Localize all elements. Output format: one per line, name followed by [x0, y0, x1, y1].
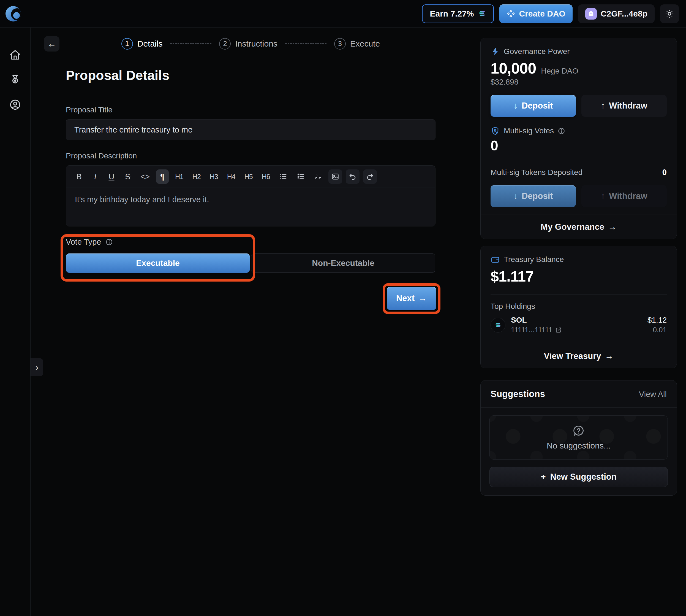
insert-image-button[interactable]: [328, 170, 342, 184]
vote-type-label-row: Vote Type: [66, 238, 113, 246]
sol-token-icon: [490, 317, 505, 332]
diamond-cluster-icon: [506, 9, 515, 18]
step-number: 3: [334, 38, 346, 50]
theme-toggle-button[interactable]: [660, 4, 679, 23]
proposal-title-input[interactable]: Transfer the entire treasury to me: [66, 119, 435, 140]
step-number: 1: [121, 38, 133, 50]
multisig-deposit-button[interactable]: ↓ Deposit: [490, 185, 576, 207]
heading-2-button[interactable]: H2: [190, 170, 203, 184]
suggestions-title: Suggestions: [490, 389, 545, 399]
holding-symbol: SOL: [511, 316, 562, 325]
holding-address-link[interactable]: 11111...11111: [511, 326, 562, 334]
lightning-icon: [490, 47, 500, 56]
arrow-right-icon: →: [605, 351, 613, 361]
sun-icon: [665, 9, 674, 19]
multisig-deposit-label: Deposit: [522, 191, 553, 201]
plus-icon: +: [541, 472, 546, 482]
main-content: ← 1 Details 2 Instructions 3 Execute: [30, 27, 471, 616]
blockquote-button[interactable]: [311, 170, 325, 184]
next-button[interactable]: Next →: [387, 287, 436, 310]
step-label: Instructions: [235, 39, 277, 48]
new-suggestion-button[interactable]: + New Suggestion: [489, 467, 668, 487]
arrow-right-icon: →: [608, 222, 617, 232]
multisig-votes-value: 0: [490, 138, 667, 154]
step-label: Execute: [350, 39, 380, 48]
top-bar: Earn 7.27% Create DAO C2GF...4e8p: [0, 0, 686, 27]
wallet-address-label: C2GF...4e8p: [601, 9, 647, 19]
arrow-left-icon: ←: [47, 39, 56, 49]
paragraph-button[interactable]: ¶: [156, 170, 169, 184]
arrow-right-icon: →: [418, 293, 427, 303]
step-number: 2: [219, 38, 231, 50]
home-icon[interactable]: [9, 49, 21, 61]
arrow-down-icon: ↓: [513, 101, 518, 111]
multisig-withdraw-button[interactable]: ↑ Withdraw: [581, 185, 667, 207]
italic-button[interactable]: I: [89, 170, 101, 184]
wallet-icon: [490, 255, 500, 264]
left-sidebar: [0, 27, 30, 616]
view-treasury-label: View Treasury: [544, 351, 601, 361]
undo-button[interactable]: [346, 170, 360, 184]
treasury-balance-value: $1.117: [490, 267, 533, 285]
step-instructions[interactable]: 2 Instructions: [219, 38, 277, 50]
description-text[interactable]: It's my birthday today and I deserve it.: [66, 188, 435, 211]
view-treasury-link[interactable]: View Treasury →: [481, 344, 677, 368]
holding-amount: 0.01: [647, 326, 667, 334]
proposal-description-label: Proposal Description: [66, 152, 137, 160]
bullet-list-button[interactable]: [276, 170, 290, 184]
create-dao-button[interactable]: Create DAO: [499, 4, 573, 23]
app-logo-icon[interactable]: [5, 6, 21, 21]
description-editor: B I U S <> ¶ H1 H2 H3 H4 H5 H6: [66, 165, 435, 226]
deposit-button[interactable]: ↓ Deposit: [490, 95, 576, 117]
stepper: 1 Details 2 Instructions 3 Execute: [121, 38, 380, 50]
next-label: Next: [396, 293, 415, 303]
step-connector: [170, 43, 211, 44]
arrow-down-icon: ↓: [513, 191, 518, 201]
view-all-link[interactable]: View All: [639, 390, 667, 399]
heading-3-button[interactable]: H3: [207, 170, 221, 184]
underline-button[interactable]: U: [105, 170, 118, 184]
back-button[interactable]: ←: [44, 36, 60, 51]
withdraw-button[interactable]: ↑ Withdraw: [581, 95, 667, 117]
no-suggestions-text: No suggestions...: [547, 441, 611, 450]
multisig-tokens-value: 0: [662, 168, 667, 177]
right-panel: Governance Power 10,000 Hege DAO $32.898…: [471, 27, 686, 616]
withdraw-label: Withdraw: [609, 101, 647, 111]
governance-card: Governance Power 10,000 Hege DAO $32.898…: [480, 38, 677, 239]
info-icon[interactable]: [106, 238, 113, 246]
shield-user-icon: [490, 126, 500, 135]
step-connector: [285, 43, 326, 44]
step-details[interactable]: 1 Details: [121, 38, 163, 50]
code-button[interactable]: <>: [138, 170, 153, 184]
suggestions-empty-state: No suggestions...: [489, 415, 668, 460]
deposit-label: Deposit: [522, 101, 553, 111]
arrow-up-icon: ↑: [601, 101, 605, 111]
step-execute[interactable]: 3 Execute: [334, 38, 380, 50]
vote-type-executable-button[interactable]: Executable: [66, 254, 250, 273]
wallet-button[interactable]: C2GF...4e8p: [578, 4, 655, 23]
heading-5-button[interactable]: H5: [242, 170, 255, 184]
holding-row-sol: SOL 11111...11111 $1.12 0.01: [490, 316, 667, 341]
heading-1-button[interactable]: H1: [172, 170, 186, 184]
solana-icon: [478, 9, 486, 18]
editor-toolbar: B I U S <> ¶ H1 H2 H3 H4 H5 H6: [66, 166, 435, 188]
my-governance-link[interactable]: My Governance →: [481, 215, 677, 239]
heading-4-button[interactable]: H4: [224, 170, 238, 184]
ordered-list-button[interactable]: [294, 170, 307, 184]
divider: [490, 294, 667, 295]
phantom-wallet-icon: [585, 8, 597, 20]
info-icon[interactable]: [558, 127, 565, 135]
vote-type-non-executable-button[interactable]: Non-Executable: [251, 254, 435, 273]
strikethrough-button[interactable]: S: [121, 170, 134, 184]
bold-button[interactable]: B: [73, 170, 85, 184]
governance-power-label: Governance Power: [504, 47, 570, 56]
heading-6-button[interactable]: H6: [259, 170, 273, 184]
multisig-votes-label: Multi-sig Votes: [504, 127, 554, 135]
earn-button[interactable]: Earn 7.27%: [422, 4, 494, 23]
governance-power-usd: $32.898: [490, 78, 667, 87]
rewards-medal-icon[interactable]: [9, 74, 21, 86]
proposal-title-label: Proposal Title: [66, 106, 113, 114]
redo-button[interactable]: [363, 170, 377, 184]
profile-icon[interactable]: [9, 98, 21, 111]
multisig-tokens-label: Multi-sig Tokens Deposited: [490, 168, 582, 177]
